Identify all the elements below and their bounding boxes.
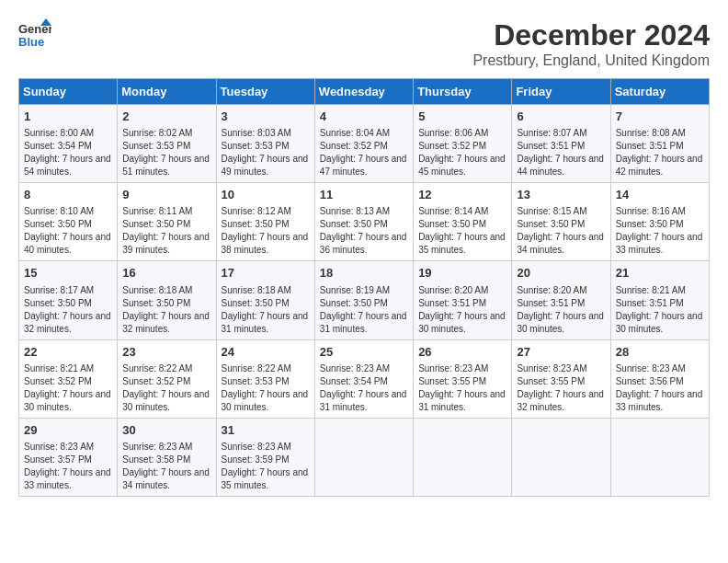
cell-day-number: 31 [222,422,310,439]
page-title: December 2024 [472,18,710,52]
cell-sunset: Sunset: 3:52 PM [122,375,210,388]
cell-sunrise: Sunrise: 8:23 AM [222,441,310,454]
cell-sunset: Sunset: 3:58 PM [122,454,210,466]
calendar-cell: 22 Sunrise: 8:21 AM Sunset: 3:52 PM Dayl… [19,339,118,418]
cell-sunrise: Sunrise: 8:19 AM [320,284,408,297]
calendar-cell: 12 Sunrise: 8:14 AM Sunset: 3:50 PM Dayl… [414,183,512,261]
cell-sunrise: Sunrise: 8:18 AM [222,284,310,297]
cell-sunrise: Sunrise: 8:23 AM [122,441,210,454]
cell-day-number: 14 [616,187,704,203]
col-friday: Friday [512,79,610,105]
cell-day-number: 4 [320,109,408,125]
cell-sunset: Sunset: 3:50 PM [320,218,408,231]
col-wednesday: Wednesday [314,79,413,105]
cell-sunset: Sunset: 3:50 PM [616,218,704,231]
cell-day-number: 30 [122,422,210,439]
cell-sunrise: Sunrise: 8:08 AM [616,127,704,140]
cell-sunset: Sunset: 3:55 PM [517,375,605,388]
cell-day-number: 15 [24,265,112,282]
cell-sunset: Sunset: 3:57 PM [24,454,112,466]
cell-sunrise: Sunrise: 8:22 AM [122,362,210,375]
cell-sunrise: Sunrise: 8:07 AM [517,127,605,140]
cell-sunrise: Sunrise: 8:18 AM [122,284,210,297]
cell-sunrise: Sunrise: 8:12 AM [222,205,310,218]
cell-day-number: 13 [517,187,605,203]
cell-sunset: Sunset: 3:50 PM [418,218,506,231]
cell-day-number: 2 [122,109,210,125]
calendar-cell: 24 Sunrise: 8:22 AM Sunset: 3:53 PM Dayl… [216,339,314,418]
cell-day-number: 3 [222,109,310,125]
cell-sunset: Sunset: 3:50 PM [24,297,112,310]
cell-daylight: Daylight: 7 hours and 30 minutes. [616,310,704,336]
cell-sunset: Sunset: 3:53 PM [222,375,310,388]
cell-daylight: Daylight: 7 hours and 30 minutes. [222,388,310,414]
cell-sunrise: Sunrise: 8:20 AM [418,284,506,297]
cell-daylight: Daylight: 7 hours and 33 minutes. [616,388,704,414]
cell-sunrise: Sunrise: 8:03 AM [222,127,310,140]
cell-sunset: Sunset: 3:50 PM [517,218,605,231]
cell-daylight: Daylight: 7 hours and 35 minutes. [418,231,506,257]
cell-sunrise: Sunrise: 8:22 AM [222,362,310,375]
cell-day-number: 1 [24,109,112,125]
calendar-cell: 25 Sunrise: 8:23 AM Sunset: 3:54 PM Dayl… [314,339,413,418]
cell-day-number: 5 [418,109,506,125]
cell-sunset: Sunset: 3:51 PM [616,140,704,153]
calendar-cell: 21 Sunrise: 8:21 AM Sunset: 3:51 PM Dayl… [610,261,709,339]
cell-day-number: 10 [222,187,310,203]
cell-daylight: Daylight: 7 hours and 45 minutes. [418,153,506,178]
calendar-header-row: Sunday Monday Tuesday Wednesday Thursday… [19,79,710,105]
cell-daylight: Daylight: 7 hours and 30 minutes. [418,310,506,336]
cell-daylight: Daylight: 7 hours and 34 minutes. [517,231,605,257]
calendar-week-row: 29 Sunrise: 8:23 AM Sunset: 3:57 PM Dayl… [19,418,710,496]
cell-day-number: 29 [24,422,112,439]
cell-day-number: 28 [616,344,704,361]
calendar-cell: 20 Sunrise: 8:20 AM Sunset: 3:51 PM Dayl… [512,261,610,339]
cell-daylight: Daylight: 7 hours and 32 minutes. [122,310,210,336]
calendar-cell: 18 Sunrise: 8:19 AM Sunset: 3:50 PM Dayl… [314,261,413,339]
cell-sunset: Sunset: 3:52 PM [320,140,408,153]
cell-day-number: 17 [222,265,310,282]
calendar-week-row: 8 Sunrise: 8:10 AM Sunset: 3:50 PM Dayli… [19,183,710,261]
calendar-cell: 10 Sunrise: 8:12 AM Sunset: 3:50 PM Dayl… [216,183,314,261]
calendar-cell: 30 Sunrise: 8:23 AM Sunset: 3:58 PM Dayl… [118,418,216,496]
calendar-cell: 6 Sunrise: 8:07 AM Sunset: 3:51 PM Dayli… [512,105,610,183]
calendar-cell: 27 Sunrise: 8:23 AM Sunset: 3:55 PM Dayl… [512,339,610,418]
page-header: General Blue December 2024 Prestbury, En… [18,18,710,69]
cell-sunset: Sunset: 3:51 PM [616,297,704,310]
calendar-cell: 7 Sunrise: 8:08 AM Sunset: 3:51 PM Dayli… [610,105,709,183]
cell-daylight: Daylight: 7 hours and 42 minutes. [616,153,704,178]
calendar-cell: 23 Sunrise: 8:22 AM Sunset: 3:52 PM Dayl… [118,339,216,418]
calendar-cell: 15 Sunrise: 8:17 AM Sunset: 3:50 PM Dayl… [19,261,118,339]
cell-day-number: 9 [122,187,210,203]
calendar-week-row: 22 Sunrise: 8:21 AM Sunset: 3:52 PM Dayl… [19,339,710,418]
col-saturday: Saturday [610,79,709,105]
calendar-cell: 4 Sunrise: 8:04 AM Sunset: 3:52 PM Dayli… [314,105,413,183]
col-sunday: Sunday [19,79,118,105]
cell-sunrise: Sunrise: 8:17 AM [24,284,112,297]
cell-sunset: Sunset: 3:55 PM [418,375,506,388]
calendar-cell: 13 Sunrise: 8:15 AM Sunset: 3:50 PM Dayl… [512,183,610,261]
cell-sunset: Sunset: 3:51 PM [517,140,605,153]
page-subtitle: Prestbury, England, United Kingdom [472,52,710,69]
cell-daylight: Daylight: 7 hours and 32 minutes. [517,388,605,414]
calendar-cell [512,418,610,496]
cell-sunrise: Sunrise: 8:00 AM [24,127,112,140]
cell-day-number: 25 [320,344,408,361]
cell-day-number: 24 [222,344,310,361]
svg-text:Blue: Blue [18,35,44,49]
logo: General Blue [18,18,51,52]
cell-daylight: Daylight: 7 hours and 39 minutes. [122,231,210,257]
cell-daylight: Daylight: 7 hours and 30 minutes. [122,388,210,414]
calendar-cell: 17 Sunrise: 8:18 AM Sunset: 3:50 PM Dayl… [216,261,314,339]
cell-sunset: Sunset: 3:51 PM [418,297,506,310]
cell-sunrise: Sunrise: 8:02 AM [122,127,210,140]
calendar-cell: 26 Sunrise: 8:23 AM Sunset: 3:55 PM Dayl… [414,339,512,418]
cell-day-number: 16 [122,265,210,282]
calendar-cell: 16 Sunrise: 8:18 AM Sunset: 3:50 PM Dayl… [118,261,216,339]
cell-daylight: Daylight: 7 hours and 49 minutes. [222,153,310,178]
cell-sunset: Sunset: 3:50 PM [122,297,210,310]
cell-sunrise: Sunrise: 8:13 AM [320,205,408,218]
cell-day-number: 20 [517,265,605,282]
cell-sunrise: Sunrise: 8:04 AM [320,127,408,140]
calendar-cell: 31 Sunrise: 8:23 AM Sunset: 3:59 PM Dayl… [216,418,314,496]
